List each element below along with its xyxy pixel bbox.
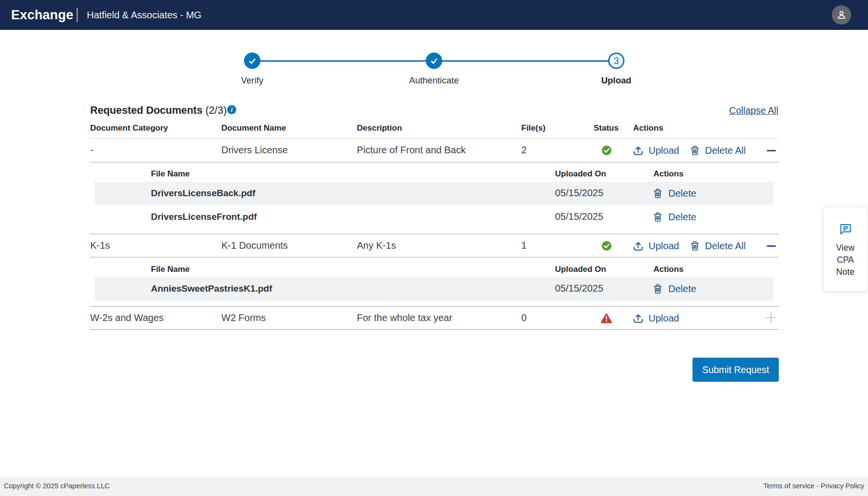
svg-text:i: i <box>231 106 233 113</box>
